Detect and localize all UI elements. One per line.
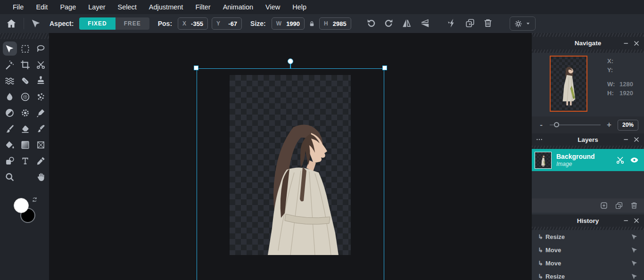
pos-y-field[interactable]: Y -67 <box>212 17 242 30</box>
tool-heal[interactable] <box>18 74 33 88</box>
tool-eraser[interactable] <box>18 122 33 136</box>
zoom-out-button[interactable]: - <box>537 120 545 130</box>
tool-fill[interactable] <box>3 138 17 152</box>
layers-minimize-button[interactable] <box>622 136 630 143</box>
size-w-field[interactable]: W 1990 <box>272 17 305 30</box>
tool-clone[interactable] <box>34 74 48 88</box>
redo-button[interactable] <box>383 18 395 29</box>
delete-layer-icon <box>630 201 638 210</box>
pos-x-value: -355 <box>191 20 203 27</box>
size-h-field[interactable]: H 2985 <box>319 17 351 30</box>
tool-pen[interactable] <box>34 106 48 120</box>
menu-page[interactable]: Page <box>54 0 82 14</box>
zoom-slider[interactable] <box>550 122 601 128</box>
tool-gradient[interactable] <box>18 138 33 152</box>
menu-view[interactable]: View <box>259 0 286 14</box>
menu-select[interactable]: Select <box>112 0 143 14</box>
zoom-in-button[interactable]: + <box>605 120 613 130</box>
layers-panel-header[interactable]: Layers <box>532 133 644 146</box>
zoom-slider-knob[interactable] <box>554 122 559 127</box>
magic-cutout-button[interactable] <box>446 18 458 29</box>
aspect-fixed-button[interactable]: FIXED <box>79 17 115 30</box>
tool-marquee-select[interactable] <box>18 41 33 56</box>
transform-selection-box[interactable] <box>197 68 384 280</box>
zoom-value-field[interactable]: 20% <box>618 120 638 131</box>
transform-handle-top-left[interactable] <box>194 66 198 70</box>
navigate-close-button[interactable] <box>633 40 640 47</box>
menu-help[interactable]: Help <box>286 0 313 14</box>
delete-layer-button[interactable] <box>630 201 638 210</box>
menu-filter[interactable]: Filter <box>189 0 216 14</box>
menu-edit[interactable]: Edit <box>30 0 54 14</box>
image-editor-app: FileEditPageLayerSelectAdjustmentFilterA… <box>0 0 644 280</box>
pointer-icon <box>631 273 638 280</box>
navigate-grip <box>532 49 644 53</box>
menu-file[interactable]: File <box>7 0 30 14</box>
tool-blur[interactable] <box>3 90 17 104</box>
pointer-icon <box>631 260 638 267</box>
zoom-slider-row: - + 20% <box>532 116 644 133</box>
layer-visibility-icon[interactable] <box>630 156 639 165</box>
bucket-icon <box>5 140 15 150</box>
text-icon <box>20 156 30 166</box>
history-item-move[interactable]: ↳Move <box>532 243 644 256</box>
nav-h-value: 1920 <box>619 90 633 99</box>
duplicate-button[interactable] <box>464 18 476 29</box>
tool-adjust[interactable] <box>18 106 33 120</box>
menu-animation[interactable]: Animation <box>217 0 259 14</box>
tool-liquify[interactable] <box>3 74 17 88</box>
history-item-move[interactable]: ↳Move <box>532 256 644 270</box>
settings-dropdown-button[interactable] <box>510 16 536 31</box>
foreground-color-swatch[interactable] <box>14 198 29 213</box>
aspect-free-button[interactable]: FREE <box>116 17 149 30</box>
layer-row-background[interactable]: Background Image <box>532 149 644 171</box>
tool-smudge[interactable] <box>34 122 48 136</box>
flip-vertical-button[interactable] <box>419 18 430 29</box>
tool-dodge-burn[interactable] <box>3 106 17 120</box>
tool-arrange[interactable] <box>3 41 17 56</box>
layers-menu-button[interactable] <box>536 136 546 143</box>
canvas-workspace[interactable] <box>49 33 532 280</box>
tool-hand[interactable] <box>34 170 48 184</box>
layer-cutout-icon[interactable] <box>616 156 625 165</box>
flip-horizontal-button[interactable] <box>401 18 413 29</box>
tool-distort[interactable] <box>34 138 48 152</box>
navigate-thumbnail[interactable] <box>550 56 587 112</box>
rotation-handle[interactable] <box>288 58 293 64</box>
tool-zoom[interactable] <box>3 170 17 184</box>
history-panel-header[interactable]: History <box>532 214 644 227</box>
tool-wand-select[interactable] <box>3 58 17 72</box>
tool-color-picker[interactable] <box>34 154 48 168</box>
swap-colors-icon[interactable] <box>31 196 38 203</box>
pos-x-field[interactable]: X -355 <box>178 17 208 30</box>
duplicate-layer-button[interactable] <box>615 201 623 210</box>
transform-handle-top-right[interactable] <box>382 66 387 70</box>
add-layer-button[interactable] <box>600 201 608 210</box>
tool-lasso-select[interactable] <box>34 41 48 56</box>
tool-crop[interactable] <box>18 58 33 72</box>
home-button[interactable] <box>6 18 17 29</box>
navigate-minimize-button[interactable] <box>622 40 630 47</box>
tool-draw[interactable] <box>3 122 17 136</box>
navigate-panel-header[interactable]: Navigate <box>532 37 644 49</box>
history-item-resize[interactable]: ↳Resize <box>532 270 644 280</box>
history-minimize-button[interactable] <box>622 217 630 224</box>
menu-layer[interactable]: Layer <box>82 0 111 14</box>
caret-down-icon <box>525 20 531 27</box>
history-close-button[interactable] <box>633 217 640 224</box>
tool-detail[interactable] <box>18 90 33 104</box>
delete-button[interactable] <box>482 18 494 29</box>
layers-panel: Layers <box>532 133 644 214</box>
waves-icon <box>5 76 15 86</box>
undo-button[interactable] <box>365 18 377 29</box>
tool-text[interactable] <box>18 154 33 168</box>
lock-aspect-icon[interactable] <box>308 20 315 28</box>
history-item-resize[interactable]: ↳Resize <box>532 230 644 243</box>
layers-close-button[interactable] <box>633 136 640 143</box>
tool-cutout[interactable] <box>34 58 48 72</box>
active-tool-pointer-icon <box>31 18 41 29</box>
tool-shape[interactable] <box>3 154 17 168</box>
menu-adjustment[interactable]: Adjustment <box>143 0 190 14</box>
tool-pixelate[interactable] <box>34 90 48 104</box>
undo-icon <box>366 18 376 28</box>
